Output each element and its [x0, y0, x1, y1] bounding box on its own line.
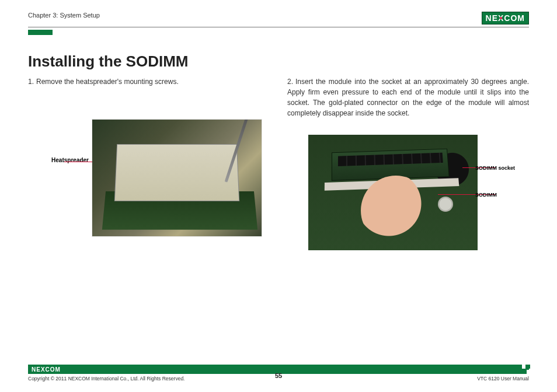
step-2-number: 2. [287, 78, 293, 86]
photo-sodimm-install [308, 135, 478, 250]
footer-end-decoration [522, 365, 530, 374]
accent-bar [28, 30, 53, 35]
callout-sodimm-socket: SODIMM socket [475, 165, 504, 172]
footer-logo-post: COM [46, 366, 61, 373]
step-2-text: 2.Insert the module into the socket at a… [287, 76, 529, 118]
chapter-label: Chapter 3: System Setup [28, 12, 100, 19]
logo-text-x: X [498, 13, 504, 23]
footer-doc: VTC 6120 User Manual [477, 376, 529, 382]
logo-text-pre: NE [486, 13, 498, 23]
page-number: 55 [275, 372, 282, 379]
brand-logo: NEXCOM [482, 12, 529, 24]
page-header: Chapter 3: System Setup NEXCOM [28, 12, 529, 27]
right-column: 2.Insert the module into the socket at a… [287, 76, 529, 250]
callout-heatspreader-label: Heatspreader [51, 157, 89, 163]
callout-sodimm: SODIMM [475, 192, 497, 198]
page-title: Installing the SODIMM [28, 52, 529, 71]
step-1-number: 1. [28, 78, 34, 86]
logo-text-post: COM [504, 13, 525, 23]
callout-sodimm-label: SODIMM [475, 192, 497, 198]
photo-heatspreader [92, 120, 262, 236]
left-column: 1.Remove the heatspreader's mounting scr… [28, 76, 270, 250]
figure-2: SODIMM socket SODIMM [287, 135, 529, 250]
figure-1: Heatspreader [28, 120, 270, 236]
callout-heatspreader: Heatspreader [28, 120, 92, 163]
footer-logo-pre: NE [32, 366, 41, 373]
step-1-text: 1.Remove the heatspreader's mounting scr… [28, 76, 270, 87]
footer-logo-x: X [41, 366, 46, 373]
callout-sodimm-socket-label: SODIMM socket [475, 166, 504, 172]
content-columns: 1.Remove the heatspreader's mounting scr… [28, 76, 529, 250]
step-2-body: Insert the module into the socket at an … [287, 78, 529, 117]
step-1-body: Remove the heatspreader's mounting screw… [36, 78, 179, 86]
footer-copyright: Copyright © 2011 NEXCOM International Co… [28, 376, 184, 382]
